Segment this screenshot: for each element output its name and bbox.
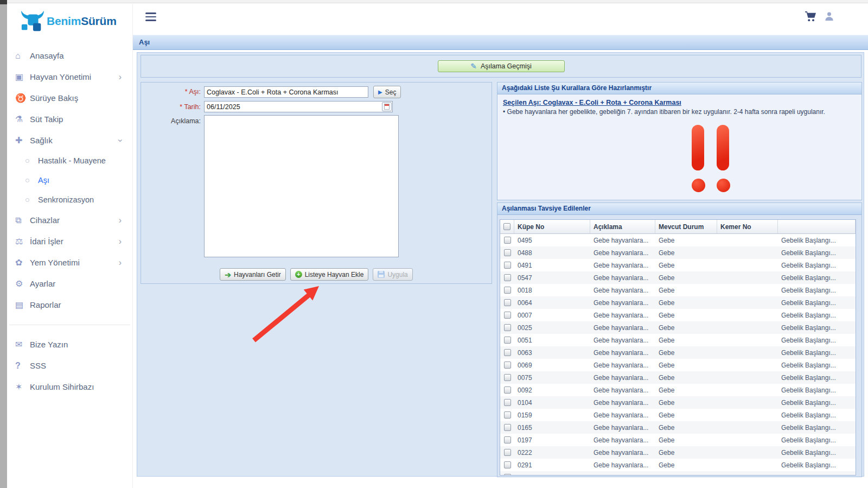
- sidebar-item-ayarlar[interactable]: ⚙Ayarlar: [7, 273, 132, 294]
- sidebar-item-hayvan-y-netimi[interactable]: ▣Hayvan Yönetimi›: [7, 66, 132, 87]
- row-checkbox-cell: [500, 262, 514, 269]
- table-row[interactable]: 0165Gebe hayvanlara...GebeGebelik Başlan…: [500, 421, 856, 434]
- table-row[interactable]: 0104Gebe hayvanlara...GebeGebelik Başlan…: [500, 396, 856, 409]
- row-checkbox[interactable]: [504, 374, 511, 381]
- table-row[interactable]: 0063Gebe hayvanlara...GebeGebelik Başlan…: [500, 346, 856, 359]
- app-logo[interactable]: BenimSürüm: [17, 7, 132, 35]
- sidebar-subitem-a[interactable]: Aşı: [7, 170, 132, 190]
- row-cell: 0197: [514, 436, 590, 444]
- row-checkbox[interactable]: [504, 237, 511, 244]
- column-header-mevcut-durum[interactable]: Mevcut Durum: [655, 220, 717, 233]
- description-textarea[interactable]: [204, 115, 399, 257]
- description-label: Açıklama:: [141, 117, 201, 125]
- sidebar-item-yem-y-netimi[interactable]: ✿Yem Yönetimi›: [7, 252, 132, 273]
- table-row[interactable]: 0495Gebe hayvanlara...GebeGebelik Başlan…: [500, 234, 856, 246]
- user-icon[interactable]: [824, 11, 834, 22]
- sidebar-item-s-t-takip[interactable]: ⚗Süt Takip: [7, 109, 132, 130]
- table-row[interactable]: 0018Gebe hayvanlara...GebeGebelik Başlan…: [500, 284, 856, 296]
- table-row[interactable]: 0092Gebe hayvanlara...GebeGebelik Başlan…: [500, 384, 856, 396]
- bullet-icon: [25, 198, 29, 202]
- row-checkbox-cell: [500, 474, 514, 476]
- date-input[interactable]: [204, 101, 393, 112]
- table-row[interactable]: 0197Gebe hayvanlara...GebeGebelik Başlan…: [500, 434, 856, 446]
- row-cell: Gebe: [655, 411, 717, 419]
- sidebar-item-raporlar[interactable]: ▤Raporlar: [7, 294, 132, 315]
- row-checkbox[interactable]: [504, 249, 511, 256]
- column-header-k-pe-no[interactable]: Küpe No: [514, 220, 590, 233]
- row-checkbox[interactable]: [504, 424, 511, 431]
- row-checkbox[interactable]: [504, 299, 511, 306]
- table-row[interactable]: 0069Gebe hayvanlara...GebeGebelik Başlan…: [500, 359, 856, 371]
- row-cell: Gebelik Başlangı...: [778, 436, 856, 444]
- sidebar-item-sss[interactable]: ?SSS: [7, 355, 132, 376]
- row-checkbox[interactable]: [504, 411, 511, 419]
- table-row[interactable]: 0075Gebe hayvanlara...GebeGebelik Başlan…: [500, 371, 856, 384]
- table-row[interactable]: 0547Gebe hayvanlara...GebeGebelik Başlan…: [500, 271, 856, 284]
- sidebar-item-sa-l-k[interactable]: ✚Sağlık›: [7, 130, 132, 151]
- sidebar-subitem-senkronizasyon[interactable]: Senkronizasyon: [7, 190, 132, 210]
- row-checkbox[interactable]: [504, 262, 511, 269]
- table-row[interactable]: 0488Gebe hayvanlara...GebeGebelik Başlan…: [500, 246, 856, 259]
- row-checkbox[interactable]: [504, 274, 511, 281]
- calendar-icon[interactable]: [382, 102, 392, 111]
- row-cell: 0104: [514, 399, 590, 407]
- form-actions: ➔ Hayvanları Getir + Listeye Hayvan Ekle…: [141, 268, 492, 281]
- row-checkbox[interactable]: [504, 399, 511, 406]
- cart-icon[interactable]: [805, 11, 816, 22]
- vaccine-input[interactable]: [204, 86, 368, 98]
- row-cell: Gebe: [655, 436, 717, 444]
- row-checkbox-cell: [500, 287, 514, 294]
- table-row[interactable]: 0025Gebe hayvanlara...GebeGebelik Başlan…: [500, 321, 856, 334]
- row-checkbox[interactable]: [504, 362, 511, 369]
- table-row[interactable]: 0291Gebe hayvanlara...GebeGebelik Başlan…: [500, 459, 856, 471]
- row-checkbox[interactable]: [504, 337, 511, 344]
- row-checkbox[interactable]: [504, 349, 511, 356]
- sidebar: BenimSürüm ⌂Anasayfa▣Hayvan Yönetimi›♉Sü…: [7, 4, 133, 488]
- content: ✎ Aşılama Geçmişi * Aşı: ▶ Seç: [133, 50, 868, 488]
- sidebar-subitem-hastal-k-muayene[interactable]: Hastalık - Muayene: [7, 151, 132, 170]
- table-row[interactable]: 0222Gebe hayvanlara...GebeGebelik Başlan…: [500, 446, 856, 459]
- select-all-checkbox[interactable]: [503, 223, 510, 230]
- row-cell: Gebe: [655, 386, 717, 394]
- column-header-item[interactable]: [778, 220, 856, 233]
- sidebar-item-i-dari-i-ler[interactable]: ⚖İdari İşler›: [7, 231, 132, 252]
- row-cell: Gebe hayvanlara...: [590, 374, 655, 382]
- main-area: Aşı ✎ Aşılama Geçmişi * Aşı:: [133, 0, 868, 488]
- column-header-kemer-no[interactable]: Kemer No: [717, 220, 778, 233]
- table-row[interactable]: 0301Gebe hayvanlara...GebeGebelik Başlan…: [500, 471, 856, 476]
- table-row[interactable]: 0491Gebe hayvanlara...GebeGebelik Başlan…: [500, 259, 856, 271]
- table-row[interactable]: 0064Gebe hayvanlara...GebeGebelik Başlan…: [500, 296, 856, 309]
- row-checkbox[interactable]: [504, 324, 511, 331]
- table-row[interactable]: 0051Gebe hayvanlara...GebeGebelik Başlan…: [500, 334, 856, 346]
- apply-button[interactable]: Uygula: [373, 268, 412, 281]
- row-checkbox[interactable]: [504, 312, 511, 319]
- sidebar-item-anasayfa[interactable]: ⌂Anasayfa: [7, 45, 132, 66]
- table-row[interactable]: 0007Gebe hayvanlara...GebeGebelik Başlan…: [500, 309, 856, 321]
- row-checkbox[interactable]: [504, 449, 511, 456]
- sidebar-item-s-r-ye-bak[interactable]: ♉Sürüye Bakış: [7, 87, 132, 109]
- select-vaccine-button[interactable]: ▶ Seç: [373, 86, 401, 98]
- vaccination-history-button[interactable]: ✎ Aşılama Geçmişi: [438, 60, 565, 72]
- sidebar-item-kurulum-sihirbaz[interactable]: ✶Kurulum Sihirbazı: [7, 376, 132, 397]
- column-header-a-klama[interactable]: Açıklama: [590, 220, 655, 233]
- row-checkbox[interactable]: [504, 386, 511, 394]
- fetch-animals-button[interactable]: ➔ Hayvanları Getir: [220, 268, 285, 281]
- row-checkbox[interactable]: [504, 436, 511, 443]
- sidebar-item-cihazlar[interactable]: ⧉Cihazlar›: [7, 210, 132, 231]
- animals-grid: Küpe NoAçıklamaMevcut DurumKemer No 0495…: [500, 219, 856, 476]
- hamburger-menu-icon[interactable]: [145, 12, 156, 23]
- row-cell: 0069: [514, 362, 590, 369]
- row-cell: 0495: [514, 237, 590, 244]
- sidebar-item-label: Sürüye Bakış: [30, 93, 78, 103]
- chevron-right-icon: ›: [119, 258, 122, 267]
- add-animal-to-list-button[interactable]: + Listeye Hayvan Ekle: [290, 268, 369, 281]
- sidebar-item-label: Sağlık: [30, 136, 53, 145]
- row-checkbox[interactable]: [504, 287, 511, 294]
- red-annotation-arrow-icon: [247, 282, 326, 345]
- save-icon: [378, 271, 385, 278]
- row-checkbox[interactable]: [504, 474, 511, 476]
- row-checkbox[interactable]: [504, 461, 511, 468]
- sidebar-item-bize-yaz-n[interactable]: ✉Bize Yazın: [7, 334, 132, 355]
- left-scrollbar[interactable]: [0, 0, 7, 488]
- table-row[interactable]: 0159Gebe hayvanlara...GebeGebelik Başlan…: [500, 409, 856, 421]
